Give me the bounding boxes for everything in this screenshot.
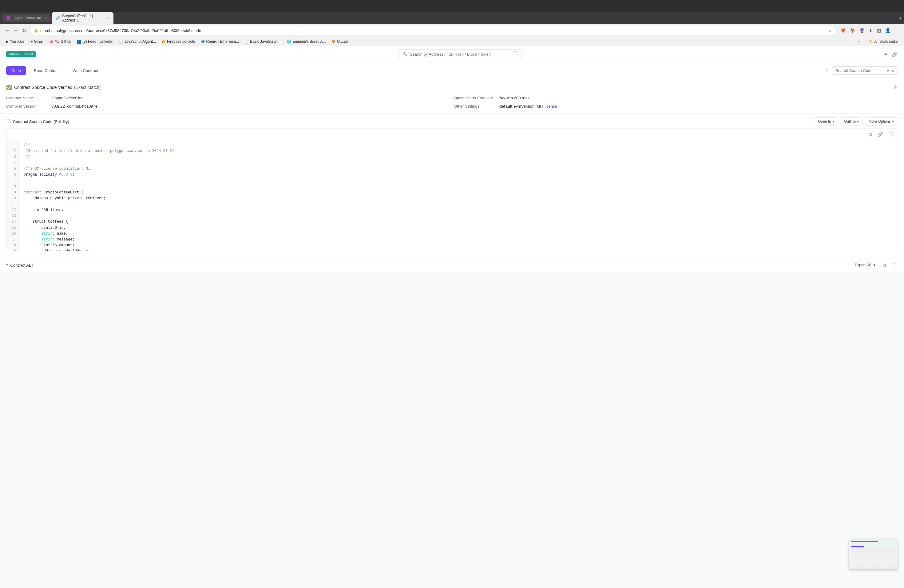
chevron-down-icon[interactable]: ∨ (887, 68, 890, 73)
code-tab[interactable]: Code (6, 66, 26, 75)
source-code-section: 📄 Contract Source Code (Solidity) Open I… (0, 114, 904, 254)
network-badge[interactable]: Mumbai Testnet (6, 51, 36, 57)
browser-chrome: 🟣 CryptoCoffeeCart ✕ 🔗 CryptoCoffeeCart … (0, 0, 904, 46)
youtube-label: YouTube (10, 40, 24, 44)
metamask-button[interactable]: 🦊 (849, 27, 857, 34)
reload-button[interactable]: ↻ (21, 27, 27, 35)
tab-cryptocoffeecart-1[interactable]: 🟣 CryptoCoffeeCart ✕ (2, 14, 51, 22)
fullscreen-code-button[interactable]: ⛶ (887, 131, 895, 138)
code-toolbar: ⧉ 🔗 ⛶ (6, 129, 898, 140)
search-divider (510, 52, 510, 57)
search-slash-badge: / (512, 51, 517, 57)
code-lines: /** *Submitted for verification at mumba… (19, 140, 898, 251)
tab-list-button[interactable]: ▾ (899, 16, 902, 21)
folder-icon: 📁 (868, 40, 873, 44)
compiler-label: Compiler Version (6, 104, 49, 109)
download-button[interactable]: ⬇ (868, 27, 874, 34)
browser-tabs: 🟣 CryptoCoffeeCart ✕ 🔗 CryptoCoffeeCart … (0, 12, 904, 24)
tab-close-1[interactable]: ✕ (44, 16, 47, 20)
tab-polygonscan[interactable]: 🔗 CryptoCoffeeCart | Address C... ✕ (52, 12, 114, 24)
bookmark-firebase[interactable]: 🔥 Firebase console (159, 38, 198, 44)
bookmark-basicjs[interactable]: 📄 Basic JavaScript:... (242, 38, 284, 44)
extension-btn2[interactable]: 🔮 (858, 27, 866, 34)
abi-header: ≡ Contract ABI Export ABI ▾ ⧉ ⛶ (6, 261, 898, 269)
verified-text: ✅ Contract Source Code Verified (Exact M… (6, 85, 101, 90)
bookmark-star-button[interactable]: ☆ (827, 27, 833, 33)
bookmark-remix[interactable]: 🔷 Remix - Ethereum... (198, 38, 242, 44)
export-abi-label: Export ABI (855, 263, 872, 267)
source-code-actions: Open In ▾ Outline ▾ More Options ▾ (814, 117, 898, 125)
new-tab-button[interactable]: + (115, 14, 123, 23)
bookmarks-more[interactable]: » (855, 38, 862, 44)
tab-help-icon[interactable]: ? (826, 68, 828, 73)
tab-favicon-2: 🔗 (56, 16, 60, 20)
source-search-input[interactable] (835, 68, 885, 73)
extensions-button[interactable]: 🦊 (839, 27, 847, 34)
jsalgo-label: JavaScript Algorit... (125, 40, 156, 44)
outline-button[interactable]: Outline ▾ (840, 117, 863, 125)
global-search-bar: 🔍 / (398, 49, 522, 59)
address-bar: ← → ↻ 🔒 mumbai.polygonscan.com/address/0… (0, 24, 904, 37)
profile-button[interactable]: 👤 (884, 27, 892, 34)
global-search-input[interactable] (410, 52, 508, 57)
bookmark-gmail[interactable]: ✉ Gmail (27, 38, 46, 44)
link-icon-button[interactable]: 🔗 (892, 51, 898, 57)
open-in-label: Open In (818, 119, 831, 123)
basicjs-label: Basic JavaScript:... (250, 40, 281, 44)
back-button[interactable]: ← (4, 27, 11, 35)
linkedin-label: (2) Feed | LinkedIn (82, 40, 114, 44)
bored-label: Eminem's Bored A... (292, 40, 326, 44)
outline-label: Outline (844, 119, 856, 123)
copy-abi-button[interactable]: ⧉ (881, 261, 888, 269)
tab-title-1: CryptoCoffeeCart (13, 16, 41, 20)
url-bar: 🔒 mumbai.polygonscan.com/address/0x37cf5… (30, 26, 837, 35)
more-options-chevron-icon: ▾ (892, 119, 894, 123)
bookmark-bored[interactable]: 🌐 Eminem's Bored A... (284, 38, 328, 44)
line-numbers: 1 2 3 4 5 6 7 8 9 10 11 12 13 14 15 16 1 (6, 140, 19, 251)
fullscreen-abi-button[interactable]: ⛶ (890, 261, 898, 269)
header-icons: ☀ 🔗 (884, 51, 898, 57)
warning-triangle-icon: ⚠ (893, 84, 898, 91)
copy-code-button[interactable]: ⧉ (867, 131, 874, 138)
read-contract-tab[interactable]: Read Contract (28, 66, 65, 75)
link-code-button[interactable]: 🔗 (876, 131, 885, 138)
browser-actions: 🦊 🦊 🔮 ⬇ ▥ 👤 ⋮ (839, 27, 900, 34)
info-grid: Contract Name: CryptoCoffeeCart Optimiza… (6, 96, 898, 109)
gitlab-icon: 🦊 (332, 40, 336, 44)
verified-label: Contract Source Code Verified (14, 85, 72, 90)
firebase-label: Firebase console (167, 40, 195, 44)
write-contract-tab[interactable]: Write Contract (67, 66, 103, 75)
github-icon: 🐙 (49, 40, 54, 44)
all-bookmarks[interactable]: 📁 All Bookmarks (866, 38, 900, 44)
verified-banner: ✅ Contract Source Code Verified (Exact M… (6, 84, 898, 91)
abi-title: ≡ Contract ABI (6, 263, 33, 267)
bookmark-gitlab[interactable]: 🦊 GitLab (329, 38, 350, 44)
sidebar-button[interactable]: ▥ (876, 27, 882, 34)
tab-title-2: CryptoCoffeeCart | Address C... (62, 14, 104, 22)
settings-row: Other Settings: default evmVersion, MIT … (454, 104, 898, 109)
bookmark-github[interactable]: 🐙 My Github (47, 38, 74, 44)
export-abi-chevron-icon: ▾ (874, 263, 876, 267)
chevron-up-icon[interactable]: ∧ (891, 68, 895, 73)
url-text[interactable]: mumbai.polygonscan.com/address/0x37cf534… (40, 28, 826, 33)
forward-button[interactable]: → (12, 27, 20, 35)
export-abi-button[interactable]: Export ABI ▾ (851, 261, 879, 269)
bookmark-linkedin[interactable]: in (2) Feed | LinkedIn (74, 38, 115, 44)
bookmark-youtube[interactable]: ▶ YouTube (4, 38, 27, 44)
nav-buttons: ← → ↻ (4, 27, 27, 35)
contract-tabs-bar: Code Read Contract Write Contract ? ∨ ∧ (0, 62, 904, 79)
linkedin-icon: in (77, 40, 81, 44)
contract-name-label: Contract Name: (6, 96, 49, 100)
more-options-button[interactable]: More Options ▾ (864, 117, 898, 125)
tab-close-2[interactable]: ✕ (107, 16, 110, 20)
bookmark-jsalgo[interactable]: 📄 JavaScript Algorit... (117, 38, 159, 44)
abi-icon: ≡ (6, 263, 9, 267)
page: Mumbai Testnet 🔍 / ☀ 🔗 Code Read Contrac… (0, 46, 904, 273)
license-link[interactable]: license (545, 104, 557, 109)
open-in-button[interactable]: Open In ▾ (814, 117, 838, 125)
gmail-label: Gmail (34, 40, 43, 44)
remix-label: Remix - Ethereum... (206, 40, 239, 44)
theme-toggle-button[interactable]: ☀ (884, 51, 888, 57)
menu-button[interactable]: ⋮ (893, 27, 900, 34)
github-label: My Github (55, 40, 72, 44)
